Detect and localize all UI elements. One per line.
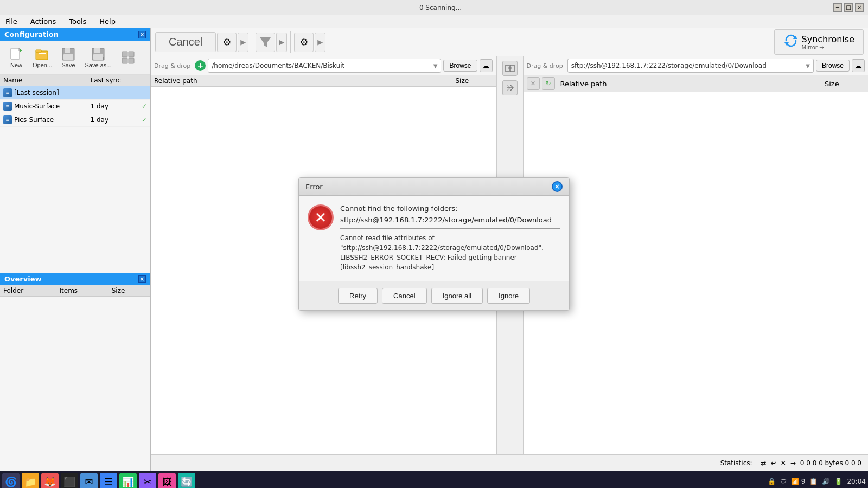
dialog-title-bar: Error × — [299, 178, 569, 196]
error-divider — [340, 228, 560, 229]
dialog-overlay: Error × ✕ Cannot find the following fold… — [0, 0, 868, 488]
dialog-close-button[interactable]: × — [552, 181, 563, 192]
error-icon: ✕ — [308, 204, 334, 230]
dialog-footer: Retry Cancel Ignore all Ignore — [299, 281, 569, 310]
error-path: sftp://ssh@192.168.1.7:2222/storage/emul… — [340, 216, 560, 224]
error-title: Cannot find the following folders: — [340, 204, 560, 213]
dialog-body: ✕ Cannot find the following folders: sft… — [299, 196, 569, 281]
error-dialog: Error × ✕ Cannot find the following fold… — [298, 177, 570, 311]
retry-button[interactable]: Retry — [338, 288, 378, 304]
ignore-all-button[interactable]: Ignore all — [431, 288, 483, 304]
dialog-title: Error — [305, 183, 323, 191]
dialog-content: Cannot find the following folders: sftp:… — [340, 204, 560, 272]
error-details: Cannot read file attributes of"sftp://ss… — [340, 233, 560, 272]
dialog-cancel-button[interactable]: Cancel — [382, 288, 426, 304]
ignore-button[interactable]: Ignore — [487, 288, 530, 304]
